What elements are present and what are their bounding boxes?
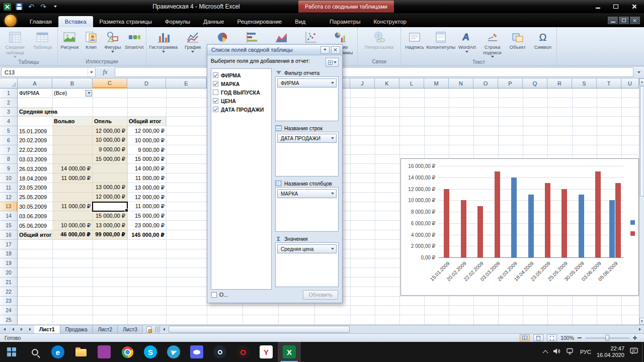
column-header-T[interactable]: T — [597, 78, 621, 88]
tab-options[interactable]: Параметры — [323, 16, 367, 27]
tab-page-layout[interactable]: Разметка страницы — [93, 16, 158, 27]
name-box[interactable]: C13 — [1, 67, 96, 77]
taskbar-app-file-explorer[interactable] — [69, 342, 93, 362]
scroll-right-button[interactable] — [635, 325, 644, 333]
row-header-23[interactable]: 23 — [0, 297, 18, 306]
next-sheet-button[interactable] — [17, 325, 26, 333]
maximize-button[interactable] — [610, 2, 622, 11]
cell-A8[interactable]: 03.03.2009 — [18, 155, 52, 164]
column-header-K[interactable]: K — [375, 78, 399, 88]
bar-Вольво-26.03.2009[interactable] — [511, 177, 517, 257]
cell-D4[interactable]: Общий итог — [127, 117, 166, 126]
field-item-firma[interactable]: ФИРМА — [213, 71, 270, 79]
start-button[interactable] — [0, 342, 23, 362]
cell-B15[interactable]: 10 000,00 ₽ — [52, 221, 93, 230]
column-header-L[interactable]: L — [399, 78, 424, 88]
volume-icon[interactable] — [553, 347, 561, 356]
column-header-A[interactable]: A — [18, 78, 52, 88]
name-box-dropdown[interactable] — [88, 68, 95, 76]
cell-B13[interactable]: 11 000,00 ₽ — [52, 202, 93, 212]
cell-B8[interactable] — [52, 155, 93, 164]
layout-selector-button[interactable] — [326, 58, 339, 67]
taskbar-app-edge[interactable]: e — [46, 342, 69, 362]
update-button[interactable]: Обновить — [303, 290, 338, 300]
scroll-up-button[interactable] — [639, 78, 644, 85]
bar-Вольво-05.06.2009[interactable] — [609, 200, 615, 257]
undo-button[interactable]: ↶ — [26, 2, 36, 12]
cell-B10[interactable]: 11 000,00 ₽ — [52, 173, 93, 183]
cell-B4[interactable]: Вольво — [52, 117, 93, 126]
chevron-down-icon[interactable] — [331, 193, 334, 195]
cell-D12[interactable]: 12 000,00 ₽ — [127, 193, 166, 202]
qat-dropdown[interactable] — [50, 2, 60, 12]
cell-D16[interactable]: 145 000,00 ₽ — [127, 230, 166, 240]
cell-C11[interactable]: 13 000,00 ₽ — [93, 183, 127, 193]
office-button[interactable] — [4, 14, 17, 27]
cell-B1[interactable]: (Все) — [52, 88, 93, 98]
cell-A5[interactable]: 15.01.2009 — [18, 126, 52, 136]
row-header-19[interactable]: 19 — [0, 258, 18, 268]
previous-sheet-button[interactable] — [9, 325, 17, 333]
row-header-25[interactable]: 25 — [0, 315, 18, 325]
insert-function-button[interactable]: fx — [96, 68, 115, 76]
cell-C16[interactable]: 99 000,00 ₽ — [93, 230, 127, 240]
bar-Вольво-18.04.2009[interactable] — [528, 195, 534, 257]
selected-cell-outline[interactable] — [92, 202, 128, 212]
network-icon[interactable] — [567, 347, 575, 356]
tab-split-handle[interactable] — [155, 326, 159, 332]
cell-B9[interactable]: 14 000,00 ₽ — [52, 164, 93, 173]
area-box-column-labels[interactable]: МАРКА — [275, 187, 339, 232]
cell-D7[interactable]: 9 000,00 ₽ — [127, 145, 166, 155]
row-header-1[interactable]: 1 — [0, 88, 18, 98]
cell-B5[interactable] — [52, 126, 93, 136]
tray-overflow-chevron-icon[interactable] — [542, 350, 548, 355]
bar-Опель-03.06.2009[interactable] — [595, 171, 601, 257]
taskbar-app-app-purple[interactable] — [93, 342, 116, 362]
sheet-tab-sheet2[interactable]: Лист2 — [93, 325, 118, 333]
row-header-17[interactable]: 17 — [0, 240, 18, 249]
scroll-down-button[interactable] — [639, 318, 644, 325]
chevron-down-icon[interactable] — [331, 248, 334, 250]
horizontal-scrollbar[interactable] — [159, 325, 644, 333]
panel-title-bar[interactable]: Список полей сводной таблицы — [207, 45, 342, 55]
cell-C5[interactable]: 12 000,00 ₽ — [93, 126, 127, 136]
bar-Опель-15.01.2009[interactable] — [444, 189, 449, 258]
row-header-16[interactable]: 16 — [0, 230, 18, 240]
checkbox-marka[interactable] — [213, 81, 218, 86]
symbol-button[interactable]: ΩСимвол — [530, 29, 555, 51]
cell-C7[interactable]: 9 000,00 ₽ — [93, 145, 127, 155]
cell-B11[interactable] — [52, 183, 93, 193]
area-field-values[interactable]: Средняя цена — [277, 244, 337, 253]
area-field-column-labels[interactable]: МАРКА — [277, 189, 337, 198]
column-header-P[interactable]: P — [498, 78, 523, 88]
bar-Опель-03.03.2009[interactable] — [495, 171, 500, 257]
cell-B16[interactable]: 46 000,00 ₽ — [52, 230, 93, 240]
checkbox-tsena[interactable] — [213, 98, 218, 104]
taskbar-app-discord[interactable] — [185, 342, 208, 362]
hyperlink-button[interactable]: Гиперссылка — [366, 29, 393, 51]
cell-B14[interactable] — [52, 211, 93, 221]
tab-design[interactable]: Конструктор — [367, 16, 413, 27]
column-header-B[interactable]: B — [52, 78, 93, 88]
search-button[interactable] — [23, 342, 46, 362]
vertical-scroll-thumb[interactable] — [640, 86, 644, 197]
workbook-restore-button[interactable] — [619, 17, 629, 24]
field-item-tsena[interactable]: ЦЕНА — [213, 97, 270, 105]
smartart-button[interactable]: SmartArt — [123, 29, 145, 51]
text-box-button[interactable]: Надпись — [402, 29, 427, 51]
workbook-minimize-button[interactable] — [608, 17, 618, 24]
cell-A7[interactable]: 22.02.2009 — [18, 145, 52, 155]
cell-A10[interactable]: 18.04.2009 — [18, 173, 52, 183]
expand-formula-bar-button[interactable] — [635, 71, 643, 73]
row-header-20[interactable]: 20 — [0, 268, 18, 278]
row-header-22[interactable]: 22 — [0, 287, 18, 297]
cell-D10[interactable]: 11 000,00 ₽ — [127, 173, 166, 183]
column-header-N[interactable]: N — [449, 78, 473, 88]
cell-D15[interactable]: 23 000,00 ₽ — [127, 221, 166, 230]
scroll-left-button[interactable] — [160, 325, 169, 333]
cell-D11[interactable]: 13 000,00 ₽ — [127, 183, 166, 193]
cell-C4[interactable]: Опель — [93, 117, 127, 126]
cell-D13[interactable]: 11 000,00 ₽ — [127, 202, 166, 212]
row-header-18[interactable]: 18 — [0, 249, 18, 259]
cell-C10[interactable] — [93, 173, 127, 183]
